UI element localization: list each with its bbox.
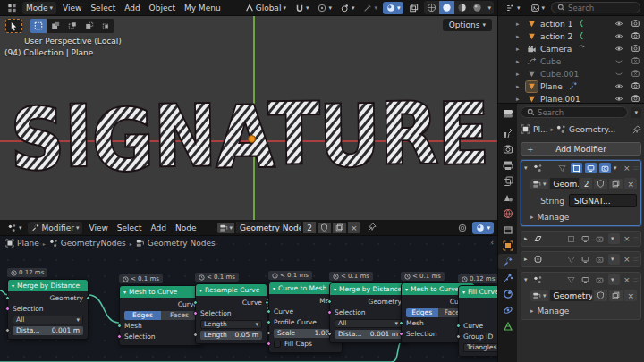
outliner-search-input[interactable] [568,4,622,13]
toggle-edit-mode[interactable] [565,233,577,244]
node-canvas[interactable]: Plane▸GeometryNodes▸Geometry Nodes ‹ 0.1… [0,236,497,362]
expand-chevron-icon[interactable]: ▸ [516,83,523,90]
close-icon[interactable]: × [623,255,631,264]
unlink-button[interactable]: × [624,178,637,189]
node-box[interactable]: ▾Fill CurveMeshCurveGroup IDTriangles▾ [458,285,497,357]
viewport-3d[interactable]: SIGNATURE Options▾ User Perspective (Loc… [0,16,497,220]
fake-user-button[interactable] [594,179,607,189]
new-copy-button[interactable] [609,179,623,189]
close-icon[interactable]: × [623,234,631,243]
sidebar-collapse-icon[interactable]: ‹ [490,238,494,247]
outliner-item-action-1[interactable]: ▸action 1 [498,18,644,30]
add-modifier-button[interactable]: +Add Modifier [521,142,641,156]
node-group-users-count[interactable]: 2 [580,178,593,189]
toggle-realtime[interactable] [580,254,591,265]
node-header[interactable]: ▾Mesh to Curve [120,286,202,298]
node-dropdown[interactable]: All▾ [335,319,402,328]
visibility-toggle[interactable] [614,45,624,55]
outliner-item-plane[interactable]: ▸Plane [498,80,644,93]
render-visibility-toggle[interactable] [631,94,640,103]
modifier-panel-2[interactable]: ▸ ▾ × :::: [521,231,641,247]
chevron-right-icon[interactable]: ▸ [524,235,530,242]
expand-chevron-icon[interactable]: ▸ [516,71,523,78]
editor-selector-button[interactable] [498,105,517,121]
toggle-on-cage[interactable] [556,163,568,173]
node-menu-select[interactable]: Select [113,222,147,234]
tab-object-data[interactable] [498,318,517,333]
outliner-item-camera[interactable]: ▸Camera [498,43,644,55]
visibility-toggle[interactable] [614,32,624,42]
chevron-down-icon[interactable]: ▾ [524,276,530,283]
expand-chevron-icon[interactable]: ▸ [516,46,523,53]
node-group-users-count[interactable]: 2 [303,222,316,233]
node-header[interactable]: ▾Merge by Distance [330,283,406,295]
node-header[interactable]: ▾Merge by Distance [8,280,88,291]
close-icon[interactable]: × [623,164,631,173]
input-socket[interactable] [5,328,10,333]
node-merge-by-distance[interactable]: 0.12 ms▾Merge by DistanceGeometrySelecti… [7,268,89,340]
node-context-dropdown[interactable]: Modifier▾ [28,222,83,234]
toggle-realtime[interactable] [585,163,597,173]
input-socket[interactable] [456,334,461,339]
chevron-right-icon[interactable]: ▸ [524,256,530,263]
input-socket[interactable] [327,332,332,336]
snap-toggle[interactable]: ▾ [292,2,313,14]
toggle-realtime[interactable] [580,274,591,285]
toggle-render[interactable] [594,233,606,244]
shading-rendered-button[interactable] [470,1,485,14]
modifier-extras-dropdown[interactable]: ▾ [608,254,620,265]
node-box[interactable]: ▾Merge by DistanceGeometrySelectionAll▾D… [7,279,89,340]
input-socket[interactable] [267,331,271,335]
breadcrumb-data-label[interactable]: Geometry... [569,125,615,134]
tab-physics[interactable] [498,286,517,301]
editor-type-button[interactable] [4,2,21,14]
outliner-display-mode[interactable]: ▾ [502,2,524,14]
origin-point[interactable] [248,135,256,143]
tab-tool[interactable] [498,125,517,140]
menu-object[interactable]: Object [145,2,180,14]
menu-add[interactable]: Add [120,2,144,14]
string-value-field[interactable]: SIGNAT... [569,194,637,207]
node-group-browse[interactable]: ▾ [217,223,235,233]
node-group-name[interactable]: Geometry Nodes [236,222,301,233]
modifier-panel-3[interactable]: ▸ ▾ × :::: [521,251,641,267]
node-group-name[interactable]: Geom... [550,178,579,189]
input-socket[interactable] [327,299,332,304]
outliner-item-plane-001[interactable]: ▸Plane.001 [498,93,644,103]
toggle-edges[interactable]: Edges [124,311,161,320]
render-visibility-toggle[interactable] [631,19,640,29]
render-visibility-toggle[interactable] [631,44,640,55]
node-merge-by-distance[interactable]: < 0.1 ms▾Merge by DistanceGeometrySelect… [329,272,407,343]
render-visibility-toggle[interactable] [631,31,640,42]
shading-material-button[interactable] [454,1,470,14]
manage-section-toggle[interactable]: ▸ Manage [530,213,637,222]
node-header[interactable]: ▾Fill Curve [459,286,497,298]
node-box[interactable]: ▾Resample CurveCurveSelectionLength▾Leng… [195,283,267,344]
shading-dropdown[interactable]: ▾ [485,1,494,14]
modifier-extras-dropdown[interactable]: ▾ [608,233,620,244]
input-socket[interactable] [267,309,271,314]
proportional-snap-toggle[interactable] [454,222,470,234]
node-dropdown[interactable]: All▾ [13,316,83,324]
node-fill-curve[interactable]: 0.12 ms▾Fill CurveMeshCurveGroup IDTrian… [458,274,497,357]
node-value-field[interactable]: Dista...0.001 m [335,330,402,339]
expand-chevron-icon[interactable]: ▸ [516,33,523,40]
input-socket[interactable] [456,324,461,328]
input-socket[interactable] [193,333,198,337]
editor-type-button[interactable]: ▾ [4,222,26,234]
input-socket[interactable] [5,307,10,311]
node-box[interactable]: ▾Merge by DistanceGeometrySelectionAll▾D… [329,282,407,343]
breadcrumb-object-label[interactable]: Pl... [533,125,548,134]
toggle-edit-mode[interactable] [571,163,582,173]
tab-render[interactable] [498,141,517,156]
unlink-button[interactable]: × [624,290,637,301]
signature-mesh-text[interactable]: SIGNATURE [0,52,497,204]
tab-scene[interactable] [498,189,517,205]
modifier-header[interactable]: ▾ ▾ × :::: [521,161,640,175]
manage-section-toggle[interactable]: ▸ Manage [530,307,637,316]
select-invert-button[interactable] [80,19,97,33]
tab-object[interactable] [498,238,517,253]
unlink-button[interactable]: × [348,222,360,233]
visibility-toggle-off[interactable] [614,70,624,80]
input-socket[interactable] [267,341,271,346]
